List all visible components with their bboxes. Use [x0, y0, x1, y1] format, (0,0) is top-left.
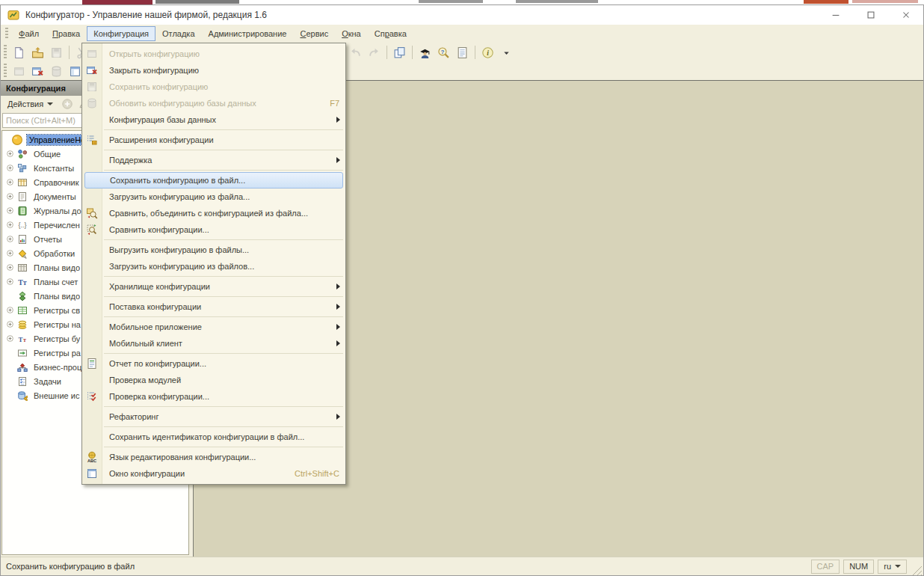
menu-item-label: Сохранить конфигурацию	[109, 82, 208, 91]
tree-item-label: Регистры бу	[31, 334, 82, 344]
expand-icon[interactable]	[7, 278, 13, 285]
menu-item-label: Сохранить идентификатор конфигурации в ф…	[109, 432, 304, 441]
expand-icon[interactable]	[7, 236, 13, 242]
expand-icon[interactable]	[7, 264, 13, 271]
arrow-forward-icon	[368, 46, 381, 59]
expand-icon[interactable]	[7, 165, 13, 171]
menubar-item-administration[interactable]: Администрирование	[202, 26, 294, 41]
add-button[interactable]	[61, 98, 73, 110]
menubar-grip[interactable]	[5, 28, 8, 40]
menu-item-configuration-extensions[interactable]: Расширения конфигурации	[82, 132, 345, 148]
menu-item-configuration-report[interactable]: Отчет по конфигурации...	[82, 355, 345, 372]
open-configuration-button[interactable]	[10, 62, 28, 81]
menu-separator	[104, 296, 343, 297]
back-button[interactable]	[346, 43, 365, 62]
menu-item-refactoring[interactable]: Рефакторинг	[82, 408, 345, 425]
tree-item-label: Журналы до	[31, 206, 84, 216]
menubar-item-edit[interactable]: Правка	[46, 26, 87, 41]
tree-item-label: Обработки	[31, 248, 77, 259]
resize-grip[interactable]	[911, 565, 922, 575]
save-button[interactable]	[47, 43, 66, 62]
t-proc-icon	[17, 248, 28, 259]
window-gray-icon	[13, 65, 25, 78]
expand-icon[interactable]	[7, 321, 13, 328]
menu-item-mobile-application[interactable]: Мобильное приложение	[82, 319, 345, 335]
dropdown-arrow-icon	[500, 46, 513, 59]
menubar-item-help[interactable]: Справка	[368, 26, 413, 41]
minimize-button[interactable]	[823, 7, 848, 23]
syntax-check-icon	[419, 46, 431, 59]
menu-item-compare-merge-with-file[interactable]: Сравнить, объединить с конфигурацией из …	[82, 205, 345, 221]
menubar-item-debug[interactable]: Отладка	[155, 26, 201, 41]
menu-item-configuration-delivery[interactable]: Поставка конфигурации	[82, 298, 345, 315]
menu-item-save-configuration-id-to-file[interactable]: Сохранить идентификатор конфигурации в ф…	[82, 429, 345, 445]
maximize-button[interactable]	[858, 7, 884, 23]
menu-item-update-db-configuration[interactable]: Обновить конфигурацию базы данныхF7	[82, 95, 345, 111]
toolbar-grip[interactable]	[4, 45, 7, 60]
menu-item-close-configuration[interactable]: Закрыть конфигурацию	[82, 62, 345, 79]
menu-item-compare-configurations[interactable]: Сравнить конфигурации...	[82, 221, 345, 238]
menu-item-configuration-edit-language[interactable]: ABCЯзык редактирования конфигурации...	[82, 449, 345, 465]
copy-window-button[interactable]	[390, 43, 409, 62]
menu-separator	[104, 447, 343, 447]
tree-item-label: Перечислен	[31, 220, 82, 230]
menu-item-save-configuration[interactable]: Сохранить конфигурацию	[82, 79, 345, 95]
expand-icon[interactable]	[7, 207, 13, 214]
tree-item-label: Документы	[31, 192, 78, 202]
menu-item-mobile-client[interactable]: Мобильный клиент	[82, 335, 345, 352]
menu-item-support[interactable]: Поддержка	[82, 152, 345, 168]
tree-item-label: Бизнес-проц	[31, 362, 84, 373]
language-indicator[interactable]: ru	[878, 560, 907, 574]
menu-item-open-configuration[interactable]: Открыть конфигурацию	[82, 46, 345, 62]
menu-item-check-configuration[interactable]: Проверка конфигурации...	[82, 388, 345, 405]
menu-item-label: Мобильное приложение	[109, 322, 202, 331]
expand-icon[interactable]	[7, 307, 13, 313]
menu-item-save-configuration-to-file[interactable]: Сохранить конфигурацию в файл...	[84, 172, 343, 189]
expand-icon[interactable]	[7, 335, 13, 342]
t-journal-icon	[17, 206, 28, 216]
expand-icon[interactable]	[7, 150, 13, 157]
close-configuration-button[interactable]	[28, 62, 47, 81]
menu-item-load-configuration-from-files[interactable]: Загрузить конфигурацию из файлов...	[82, 258, 345, 275]
toolbar-grip[interactable]	[4, 64, 7, 79]
menu-item-configuration-repository[interactable]: Хранилище конфигурации	[82, 278, 345, 295]
menubar-item-configuration[interactable]: Конфигурация	[87, 26, 155, 41]
menu-item-db-configuration[interactable]: Конфигурация базы данных	[82, 111, 345, 128]
expand-icon[interactable]	[7, 221, 13, 228]
menu-item-label: Сохранить конфигурацию в файл...	[110, 176, 245, 185]
menubar-item-service[interactable]: Сервис	[293, 26, 335, 41]
open-file-button[interactable]	[28, 43, 47, 62]
expand-icon[interactable]	[7, 193, 13, 200]
caps-lock-indicator: CAP	[811, 560, 840, 574]
menu-item-label: Загрузить конфигурацию из файла...	[109, 192, 250, 201]
about-button[interactable]: i	[478, 43, 497, 62]
chevron-down-icon	[47, 102, 53, 105]
help-contents-button[interactable]	[453, 43, 472, 62]
menu-item-dump-configuration-to-files[interactable]: Выгрузить конфигурацию в файлы...	[82, 242, 345, 258]
tree-item-label: Отчеты	[31, 234, 64, 245]
expand-icon[interactable]	[7, 179, 13, 186]
menu-item-configuration-window[interactable]: Окно конфигурацииCtrl+Shift+C	[82, 465, 345, 482]
menu-item-label: Выгрузить конфигурацию в файлы...	[109, 245, 249, 254]
update-db-configuration-button[interactable]	[47, 62, 66, 81]
new-doc-icon	[13, 46, 25, 59]
syntax-check-button[interactable]	[416, 43, 434, 62]
menubar-item-file[interactable]: Файл	[12, 26, 46, 41]
t-chart-acc-icon: Тт	[17, 277, 28, 287]
status-bar: Сохранить конфигурацию в файл CAPNUM ru	[1, 557, 923, 575]
new-document-button[interactable]	[10, 43, 28, 62]
menu-item-label: Рефакторинг	[109, 412, 158, 421]
help-search-button[interactable]: ?	[434, 43, 453, 62]
background-fragment	[852, 0, 918, 3]
menu-separator	[104, 170, 343, 171]
menu-item-check-modules[interactable]: Проверка модулей	[82, 372, 345, 388]
menu-item-load-configuration-from-file[interactable]: Загрузить конфигурацию из файла...	[82, 189, 345, 205]
expand-icon[interactable]	[7, 250, 13, 257]
tree-item-label: Планы счет	[31, 277, 80, 287]
copy-pages-icon	[393, 46, 406, 59]
close-button[interactable]	[893, 7, 919, 23]
toolbar-options-button[interactable]	[497, 43, 516, 62]
actions-button[interactable]: Действия	[4, 98, 56, 110]
forward-button[interactable]	[365, 43, 384, 62]
menubar-item-windows[interactable]: Окна	[335, 26, 368, 41]
